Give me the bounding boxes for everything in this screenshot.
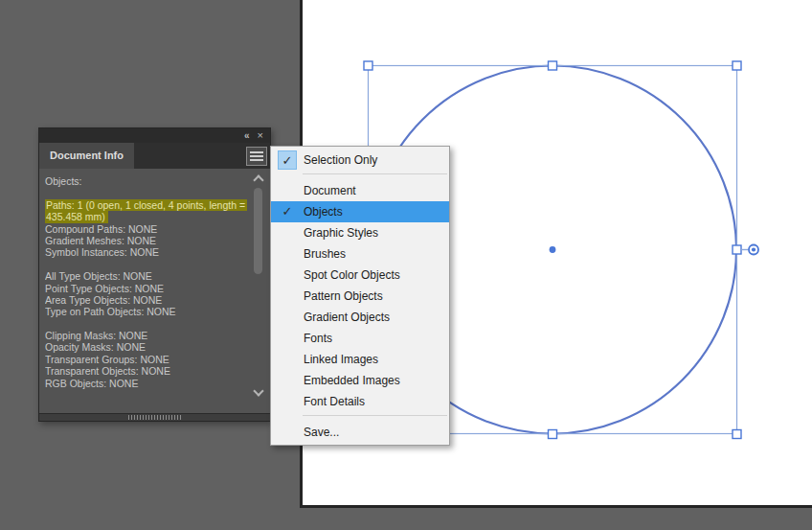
handle-top-left[interactable] <box>364 61 372 70</box>
menu-item[interactable]: Fonts <box>271 328 449 349</box>
menu-item[interactable]: Spot Color Objects <box>271 265 449 286</box>
vertical-scrollbar <box>252 173 264 398</box>
info-line: 435.458 mm) <box>45 211 247 222</box>
rotate-widget-dot <box>752 247 756 251</box>
menu-item[interactable]: Linked Images <box>271 349 449 370</box>
document-info-panel: « × Document Info Objects: Paths: 1 (0 o… <box>38 127 271 422</box>
info-line: Gradient Meshes: NONE <box>45 235 247 246</box>
info-line <box>45 318 247 330</box>
center-point[interactable] <box>550 246 556 253</box>
resize-grip[interactable] <box>128 415 182 420</box>
tab-document-info[interactable]: Document Info <box>39 143 134 169</box>
menu-item[interactable]: Document <box>271 180 449 201</box>
collapse-to-icons-icon[interactable]: « <box>244 130 249 141</box>
handle-top-right[interactable] <box>733 61 741 70</box>
close-icon[interactable]: × <box>258 130 263 141</box>
info-line: Clipping Masks: NONE <box>45 330 247 341</box>
menu-item[interactable]: Pattern Objects <box>271 286 449 307</box>
info-line: Paths: 1 (0 open, 1 closed, 4 points, le… <box>45 199 247 211</box>
info-line: CMYK Objects: 1 <box>45 389 247 390</box>
scroll-down-icon[interactable] <box>253 385 263 396</box>
panel-menu-button[interactable] <box>246 147 267 166</box>
menu-item[interactable]: Brushes <box>271 243 449 265</box>
menu-item-label: Selection Only <box>304 153 377 167</box>
menu-item-label: Pattern Objects <box>304 289 383 303</box>
info-line: Objects: <box>45 175 247 187</box>
menu-item[interactable] <box>271 415 449 422</box>
info-line: Opacity Masks: NONE <box>45 341 247 353</box>
panel-flyout-menu: ✓ Selection Only Document ✓ Objects Grap… <box>270 146 450 446</box>
menu-item[interactable]: Save... <box>271 422 449 443</box>
info-line <box>45 187 247 198</box>
menu-item-label: Objects <box>304 205 343 219</box>
app-workspace: « × Document Info Objects: Paths: 1 (0 o… <box>0 0 812 530</box>
menu-item-label: Fonts <box>304 332 332 345</box>
menu-item[interactable]: ✓ Objects <box>271 201 449 222</box>
info-line <box>45 259 247 270</box>
menu-item-label: Gradient Objects <box>304 311 390 324</box>
info-line: Transparent Objects: NONE <box>45 365 247 377</box>
menu-item[interactable]: Font Details <box>271 391 449 412</box>
menu-item-label: Document <box>304 184 356 197</box>
menu-item[interactable]: Embedded Images <box>271 370 449 391</box>
checkmark-icon: ✓ <box>278 150 297 170</box>
menu-item[interactable]: Gradient Objects <box>271 307 449 328</box>
info-line: RGB Objects: NONE <box>45 378 247 389</box>
menu-item-label: Linked Images <box>304 353 378 366</box>
info-line: Symbol Instances: NONE <box>45 246 247 258</box>
menu-item[interactable] <box>271 173 449 180</box>
menu-item[interactable]: Graphic Styles <box>271 222 449 243</box>
handle-bottom-middle[interactable] <box>549 430 557 439</box>
panel-bottom-bar <box>39 413 270 421</box>
handle-bottom-right[interactable] <box>733 430 741 439</box>
info-line: Type on Path Objects: NONE <box>45 306 247 317</box>
info-line: Area Type Objects: NONE <box>45 294 247 306</box>
menu-item-label: Brushes <box>304 247 346 261</box>
panel-tab-row: Document Info <box>39 143 270 169</box>
menu-item-label: Spot Color Objects <box>304 268 400 282</box>
checkmark-icon: ✓ <box>278 202 297 221</box>
menu-item-label: Graphic Styles <box>304 226 378 240</box>
panel-title-strip: « × <box>39 128 270 143</box>
document-info-content: Objects: Paths: 1 (0 open, 1 closed, 4 p… <box>39 169 270 390</box>
info-line: All Type Objects: NONE <box>45 270 247 282</box>
menu-item-label: Embedded Images <box>304 374 400 387</box>
info-line: Compound Paths: NONE <box>45 223 247 235</box>
handle-top-middle[interactable] <box>549 61 557 70</box>
hamburger-icon <box>250 151 263 161</box>
scroll-up-icon[interactable] <box>253 174 263 185</box>
info-line: Point Type Objects: NONE <box>45 283 247 294</box>
scrollbar-thumb[interactable] <box>254 188 262 274</box>
info-line: Transparent Groups: NONE <box>45 354 247 365</box>
menu-item-label: Save... <box>304 426 339 439</box>
handle-middle-right[interactable] <box>733 245 741 254</box>
menu-item-label: Font Details <box>304 395 365 408</box>
menu-item[interactable]: ✓ Selection Only <box>271 150 449 171</box>
